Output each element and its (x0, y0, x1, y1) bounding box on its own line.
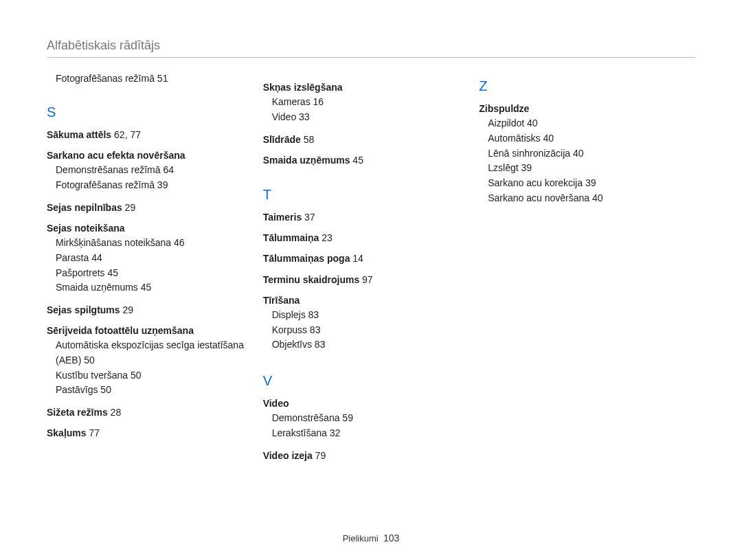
index-sub-item[interactable]: Kameras 16 (263, 95, 471, 110)
index-column: ZZibspuldzeAizpildot 40Automātisks 40Lēn… (479, 73, 695, 463)
index-entry-pages: 29 (122, 202, 135, 213)
index-entry[interactable]: Skņas izslēgšana (263, 81, 471, 93)
index-entry-pages: 28 (108, 407, 121, 418)
index-sub-item[interactable]: Parasta 44 (47, 251, 255, 266)
index-entry-pages: 37 (302, 212, 315, 223)
index-entry-pages: 45 (350, 155, 363, 166)
index-entry[interactable]: Tālummaiņa 23 (263, 232, 471, 244)
index-sub-item[interactable]: Mirkšķināšanas noteikšana 46 (47, 236, 255, 251)
index-sub-item[interactable]: Kustību tveršana 50 (47, 368, 255, 383)
index-sub-item[interactable]: Video 33 (263, 110, 471, 125)
index-sub-item[interactable]: Smaida uzņēmums 45 (47, 280, 255, 295)
index-entry[interactable]: Video izeja 79 (263, 449, 471, 462)
index-entry[interactable]: Slīdrāde 58 (263, 133, 471, 146)
index-sub-item[interactable]: Objektīvs 83 (263, 337, 471, 352)
index-entry[interactable]: Terminu skaidrojums 97 (263, 273, 471, 286)
index-entry[interactable]: Tīrīšana (263, 294, 471, 306)
index-entry-pages: 14 (350, 253, 363, 264)
index-entry[interactable]: Sejas spilgtums 29 (47, 304, 255, 316)
index-entry-pages: 77 (87, 427, 100, 438)
footer-page-number: 103 (383, 533, 399, 544)
index-sub-item[interactable]: Lēnā sinhronizācija 40 (479, 146, 687, 161)
index-sub-item[interactable]: Demonstrēšana 59 (263, 411, 471, 426)
index-entry-pages: 97 (359, 274, 372, 285)
index-letter: V (263, 373, 471, 389)
index-entry-pages: 58 (301, 134, 314, 145)
index-entry-pages: 29 (120, 304, 133, 315)
index-entry[interactable]: Sejas noteikšana (47, 222, 255, 234)
index-entry[interactable]: Skaļums 77 (47, 427, 255, 439)
index-sub-item[interactable]: Lerakstīšana 32 (263, 426, 471, 441)
index-letter: T (263, 187, 471, 203)
index-entry[interactable]: Tālummaiņas poga 14 (263, 252, 471, 265)
index-entry-pages: 79 (313, 450, 326, 461)
index-entry[interactable]: Sērijveida fotoattēlu uzņemšana (47, 324, 255, 337)
index-sub-item[interactable]: Sarkano acu korekcija 39 (479, 176, 687, 191)
index-sub-item[interactable]: Automātiska ekspozīcijas secīga iestatīš… (47, 338, 255, 368)
index-sub-item[interactable]: Sarkano acu novēršana 40 (479, 191, 687, 206)
index-entry[interactable]: Sarkano acu efekta novēršana (47, 149, 255, 161)
index-sub-item[interactable]: Automātisks 40 (479, 131, 687, 146)
index-sub-item[interactable]: Pašportrets 45 (47, 266, 255, 281)
index-column: Fotografēšanas režīmā 51SSākuma attēls 6… (47, 73, 263, 463)
index-sub-item[interactable]: Fotografēšanas režīmā 51 (47, 73, 255, 84)
index-entry[interactable]: Taimeris 37 (263, 211, 471, 223)
page-footer: Pielikumi 103 (0, 533, 742, 544)
index-letter: Z (479, 78, 687, 94)
index-column: Skņas izslēgšanaKameras 16Video 33Slīdrā… (263, 73, 480, 463)
index-entry[interactable]: Sākuma attēls 62, 77 (47, 128, 255, 141)
index-page: Alfabētiskais rādītājs Fotografēšanas re… (0, 0, 742, 560)
index-entry-pages: 23 (319, 232, 332, 243)
index-entry[interactable]: Smaida uzņēmums 45 (263, 154, 471, 166)
index-entry[interactable]: Sejas nepilnības 29 (47, 201, 255, 214)
index-columns: Fotografēšanas režīmā 51SSākuma attēls 6… (47, 73, 695, 463)
index-sub-item[interactable]: Displejs 83 (263, 308, 471, 323)
index-entry[interactable]: Sižeta režīms 28 (47, 406, 255, 418)
index-sub-item[interactable]: Fotografēšanas režīmā 39 (47, 178, 255, 193)
index-sub-item[interactable]: Pastāvīgs 50 (47, 383, 255, 398)
index-sub-item[interactable]: Korpuss 83 (263, 323, 471, 338)
index-entry-pages: 62, 77 (111, 129, 141, 140)
index-letter: S (47, 104, 255, 120)
index-sub-item[interactable]: Aizpildot 40 (479, 116, 687, 131)
index-entry[interactable]: Zibspuldze (479, 102, 687, 115)
index-sub-item[interactable]: Lzslēgt 39 (479, 161, 687, 176)
index-entry[interactable]: Video (263, 397, 471, 410)
page-title: Alfabētiskais rādītājs (47, 38, 695, 58)
footer-section: Pielikumi (343, 533, 379, 544)
index-sub-item[interactable]: Demonstrēšanas režīmā 64 (47, 163, 255, 178)
